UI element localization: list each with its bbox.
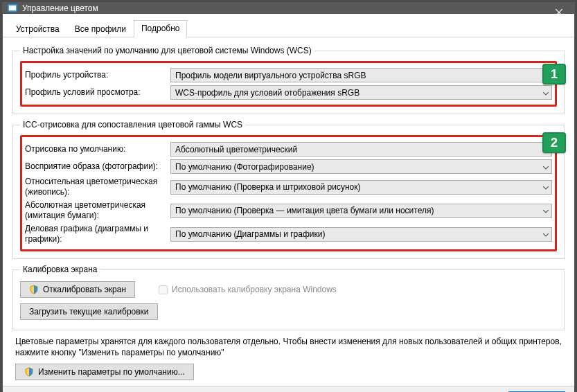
close-button[interactable] <box>544 3 574 22</box>
label-perceptual: Восприятие образа (фотографии): <box>25 161 170 172</box>
combo-default-render[interactable]: Абсолютный цветометрический <box>170 142 552 157</box>
shield-icon <box>24 367 34 377</box>
shield-icon <box>29 285 39 294</box>
svg-rect-1 <box>9 6 16 10</box>
combo-device-profile-value: Профиль модели виртуального устройства s… <box>175 71 366 80</box>
load-calibrations-button[interactable]: Загрузить текущие калибровки <box>20 303 158 320</box>
combo-viewing-profile[interactable]: WCS-профиль для условий отображения sRGB <box>170 85 552 100</box>
combo-business[interactable]: По умолчанию (Диаграммы и графики) <box>170 227 552 242</box>
group-icc-rendering: ICC-отрисовка для сопоставления цветовой… <box>12 120 565 259</box>
color-management-window: Управление цветом Устройства Все профили… <box>2 2 575 390</box>
calibrate-screen-label: Откалибровать экран <box>43 285 126 294</box>
note-text: Цветовые параметры хранятся для каждого … <box>15 336 562 358</box>
combo-perceptual[interactable]: По умолчанию (Фотографирование) <box>170 159 552 174</box>
combo-business-value: По умолчанию (Диаграммы и графики) <box>175 229 325 239</box>
combo-perceptual-value: По умолчанию (Фотографирование) <box>175 162 314 172</box>
use-calibration-checkbox: Использовать калибровку экрана Windows <box>156 283 337 296</box>
use-calibration-checkbox-input <box>159 285 168 294</box>
load-calibrations-label: Загрузить текущие калибровки <box>29 307 149 317</box>
label-business: Деловая графика (диаграммы и графики): <box>25 224 170 244</box>
chevron-down-icon <box>543 162 549 172</box>
combo-default-render-value: Абсолютный цветометрический <box>175 145 297 154</box>
change-defaults-button[interactable]: Изменить параметры по умолчанию... <box>15 364 194 380</box>
label-absolute: Абсолютная цветометрическая (имитация бу… <box>25 200 170 221</box>
label-viewing-profile: Профиль условий просмотра: <box>25 87 170 98</box>
annotation-badge-1: 1 <box>542 64 566 84</box>
change-defaults-label: Изменить параметры по умолчанию... <box>38 367 185 377</box>
tab-strip: Устройства Все профили Подробно <box>3 14 574 37</box>
combo-absolute[interactable]: По умолчанию (Проверка — имитация цвета … <box>170 204 552 218</box>
group-calibration: Калибровка экрана Откалибровать экран <box>12 265 565 330</box>
group-wcs-legend: Настройка значений по умолчанию для цвет… <box>20 46 314 55</box>
tab-advanced[interactable]: Подробно <box>134 20 188 37</box>
use-calibration-label: Использовать калибровку экрана Windows <box>172 285 337 294</box>
group-calibration-legend: Калибровка экрана <box>20 265 100 274</box>
client-area: Устройства Все профили Подробно Настройк… <box>3 14 574 392</box>
combo-viewing-profile-value: WCS-профиль для условий отображения sRGB <box>175 88 359 98</box>
window-title: Управление цветом <box>22 3 98 13</box>
highlight-box-2: Отрисовка по умолчанию: Абсолютный цвето… <box>20 135 557 251</box>
chevron-down-icon <box>543 229 549 239</box>
calibrate-screen-button[interactable]: Откалибровать экран <box>20 281 135 298</box>
tab-devices[interactable]: Устройства <box>8 21 67 37</box>
annotation-badge-2: 2 <box>542 132 566 153</box>
combo-relative[interactable]: По умолчанию (Проверка и штриховой рисун… <box>170 180 552 195</box>
app-icon <box>7 3 18 14</box>
label-relative: Относительная цветометрическая (живопись… <box>25 177 170 197</box>
combo-device-profile[interactable]: Профиль модели виртуального устройства s… <box>170 68 552 82</box>
label-device-profile: Профиль устройства: <box>25 70 170 80</box>
combo-relative-value: По умолчанию (Проверка и штриховой рисун… <box>175 182 361 192</box>
tab-content-advanced: Настройка значений по умолчанию для цвет… <box>3 37 574 386</box>
titlebar: Управление цветом <box>3 3 574 14</box>
dialog-footer: Закрыть <box>3 386 574 392</box>
chevron-down-icon <box>543 206 549 215</box>
tab-all-profiles[interactable]: Все профили <box>67 21 134 37</box>
combo-absolute-value: По умолчанию (Проверка — имитация цвета … <box>175 206 434 215</box>
group-icc-legend: ICC-отрисовка для сопоставления цветовой… <box>20 120 245 130</box>
label-default-render: Отрисовка по умолчанию: <box>25 144 170 154</box>
chevron-down-icon <box>543 182 549 192</box>
highlight-box-1: Профиль устройства: Профиль модели вирту… <box>20 61 557 107</box>
group-wcs-defaults: Настройка значений по умолчанию для цвет… <box>12 46 565 114</box>
chevron-down-icon <box>543 88 549 98</box>
close-icon <box>556 9 562 16</box>
